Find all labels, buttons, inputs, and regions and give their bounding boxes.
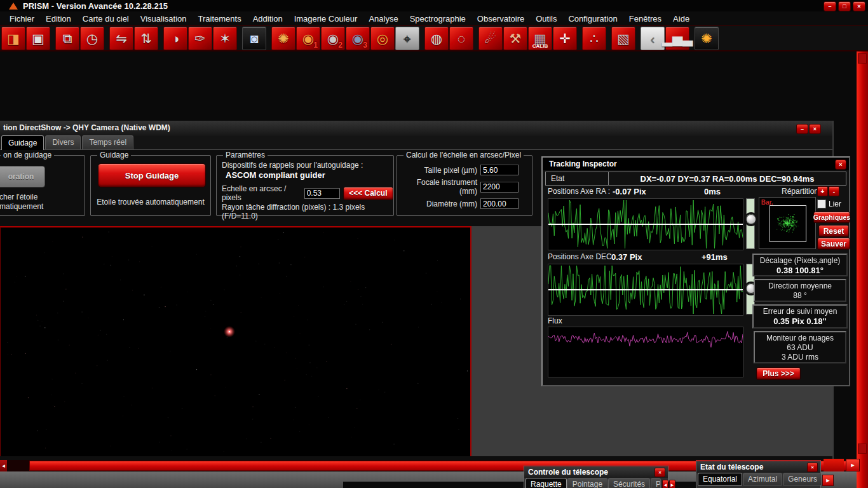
- flip-horizontal-icon[interactable]: ⇋: [109, 27, 133, 50]
- open-file-icon[interactable]: ◨: [1, 27, 25, 50]
- menu-visualisation[interactable]: Visualisation: [135, 13, 193, 25]
- camera-1-icon-glyph: ◉: [302, 32, 314, 45]
- tab-scroll-left-button[interactable]: ◄: [662, 480, 668, 488]
- repartition-zoom-out-button[interactable]: -: [829, 186, 839, 196]
- stop-guidage-button[interactable]: Stop Guidage: [98, 163, 206, 187]
- corner-red-block: [824, 459, 844, 471]
- horizontal-scroll-left-button[interactable]: ◄: [0, 460, 7, 471]
- dialog-minimize-button[interactable]: –: [796, 124, 808, 134]
- repartition-zoom-in-button[interactable]: +: [817, 186, 828, 196]
- menu-addition[interactable]: Addition: [247, 13, 288, 25]
- camera-1-icon[interactable]: ◉1: [296, 27, 320, 50]
- tab-guidage[interactable]: Guidage: [1, 135, 44, 150]
- menu-configuration[interactable]: Configuration: [562, 13, 623, 25]
- etat-label: Etat: [546, 172, 609, 185]
- observatory-map-icon[interactable]: ▧: [611, 27, 635, 50]
- blank-tool-icon[interactable]: ‹: [641, 27, 665, 50]
- dialog-close-button[interactable]: ×: [809, 124, 821, 134]
- group-parametres-label: Paramètres: [223, 151, 268, 159]
- camera-image-view[interactable]: [0, 226, 471, 456]
- save-icon[interactable]: ▣: [26, 27, 50, 50]
- corner-scroll-button-2[interactable]: ►: [822, 475, 834, 486]
- plus-button[interactable]: Plus >>>: [756, 367, 801, 380]
- ra-scale-slider[interactable]: [746, 198, 755, 249]
- group-parametres: Paramètres Dispositifs de rappels pour l…: [216, 155, 394, 216]
- menu-fichier[interactable]: Fichier: [4, 13, 40, 25]
- controle-titlebar[interactable]: Controle du télescope ×: [524, 466, 668, 478]
- menu-outils[interactable]: Outils: [530, 13, 562, 25]
- sauver-button[interactable]: Sauver: [817, 238, 850, 250]
- tab-pointage[interactable]: Pointage: [567, 478, 607, 488]
- flip-vertical-icon[interactable]: ⇅: [134, 27, 158, 50]
- comet-icon[interactable]: ☄: [478, 27, 503, 50]
- telescope-icon[interactable]: ⌖: [395, 27, 419, 50]
- tab-geneurs[interactable]: Geneurs: [783, 473, 822, 485]
- menu-spectrographie[interactable]: Spectrographie: [404, 13, 471, 25]
- guider-cross-icon[interactable]: ✛: [553, 27, 577, 50]
- menu-aide[interactable]: Aide: [667, 13, 695, 25]
- focuser-icon[interactable]: ✺: [695, 27, 719, 50]
- menu-carte-du-ciel[interactable]: Carte du ciel: [77, 13, 135, 25]
- calibration-button[interactable]: oration: [0, 166, 45, 187]
- echelle-field-input-2[interactable]: [480, 198, 519, 209]
- menu-analyse[interactable]: Analyse: [363, 13, 403, 25]
- tab-s-curit-s[interactable]: Sécurités: [608, 478, 650, 488]
- minimize-button[interactable]: –: [824, 1, 836, 11]
- measure-tool-icon[interactable]: ✑: [188, 27, 212, 50]
- menu-fen-tres[interactable]: Fenêtres: [623, 13, 667, 25]
- close-button[interactable]: ×: [853, 1, 865, 11]
- etat-close-button[interactable]: ×: [807, 463, 818, 472]
- tab-par[interactable]: Par: [651, 478, 661, 488]
- ra-graph: [548, 198, 743, 250]
- scale-input[interactable]: [304, 188, 340, 199]
- menu-edition[interactable]: Edition: [40, 13, 77, 25]
- diffraction-text: Rayon tâche diffraction (pixels) : 1.3 p…: [222, 203, 393, 220]
- tab-raquette[interactable]: Raquette: [526, 478, 567, 488]
- contrast-icon[interactable]: ◑: [163, 27, 187, 50]
- camera-3-icon[interactable]: ◉3: [346, 27, 370, 50]
- echelle-field-input-1[interactable]: [480, 182, 519, 193]
- magic-wand-icon[interactable]: ✶: [213, 27, 237, 50]
- menu-observatoire[interactable]: Observatoire: [471, 13, 530, 25]
- tracking-titlebar[interactable]: Tracking Inspector ×: [543, 158, 849, 170]
- dome-icon[interactable]: ◍: [424, 27, 449, 50]
- histogram-icon[interactable]: ▂▅▃: [665, 27, 689, 50]
- preview-image-icon[interactable]: ◙: [242, 27, 266, 50]
- camera-dialog-titlebar[interactable]: tion DirectShow -> QHY Camera (Native WD…: [0, 121, 832, 136]
- menu-traitements[interactable]: Traitements: [193, 13, 247, 25]
- focuser-icon-glyph: ✺: [701, 32, 712, 45]
- controle-telescope-panel: Controle du télescope × RaquettePointage…: [524, 465, 668, 488]
- tracking-close-button[interactable]: ×: [835, 159, 846, 170]
- camera-2-icon[interactable]: ◉2: [321, 27, 345, 50]
- restore-button[interactable]: □: [838, 1, 851, 11]
- tab-divers[interactable]: Divers: [45, 135, 81, 149]
- filter-wheel-icon-glyph: ◎: [377, 32, 388, 45]
- star-detect-icon[interactable]: ∴: [582, 27, 606, 50]
- vertical-scrollbar[interactable]: [857, 51, 868, 488]
- tools-wrench-icon[interactable]: ⚒: [503, 27, 527, 50]
- tab-equatorial[interactable]: Equatorial: [698, 473, 742, 485]
- menu-imagerie-couleur[interactable]: Imagerie Couleur: [288, 13, 363, 25]
- etat-titlebar[interactable]: Etat du télescope ×: [696, 461, 820, 473]
- group-guidage: Guidage Stop Guidage Etoile trouvée auto…: [90, 155, 211, 216]
- image-tools-icon[interactable]: ⧉: [55, 27, 79, 50]
- lier-checkbox[interactable]: [817, 200, 826, 208]
- ra-slider-thumb[interactable]: [746, 214, 756, 224]
- graphiques-button[interactable]: Graphiques: [813, 212, 850, 223]
- vertical-scrollbar-bottom-button[interactable]: [858, 444, 867, 454]
- calcul-button[interactable]: <<< Calcul: [343, 187, 393, 200]
- gear-flower-icon[interactable]: ✺: [271, 27, 295, 50]
- ra-pix-value: -0.07 Pix: [613, 187, 646, 196]
- echelle-field-input-0[interactable]: [480, 165, 519, 175]
- tab-scroll-right-button[interactable]: ►: [669, 480, 675, 488]
- calib-icon[interactable]: ▦CALIB: [528, 27, 552, 50]
- controle-close-button[interactable]: ×: [654, 468, 665, 477]
- vertical-scrollbar-top-button[interactable]: [858, 53, 867, 64]
- nebula-icon[interactable]: ◌: [449, 27, 473, 50]
- reset-button[interactable]: Reset: [818, 225, 849, 237]
- clock-icon[interactable]: ◷: [80, 27, 104, 50]
- corner-scroll-right-button[interactable]: ►: [846, 459, 860, 471]
- tab-azimutal[interactable]: Azimutal: [743, 473, 782, 485]
- tab-temps-r-el[interactable]: Temps réel: [82, 135, 133, 149]
- filter-wheel-icon[interactable]: ◎: [370, 27, 395, 50]
